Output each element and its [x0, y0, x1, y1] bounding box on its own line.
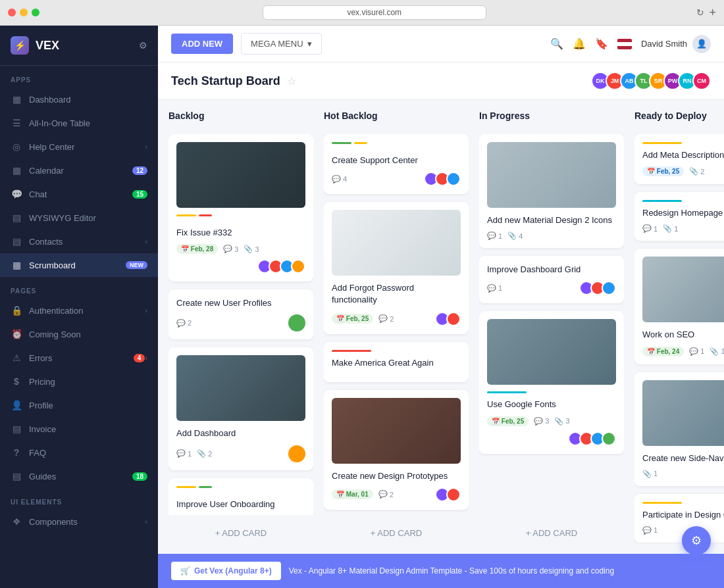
card-avatar — [446, 172, 461, 186]
card-image — [332, 398, 461, 464]
card-color-bar-secondary — [199, 214, 212, 216]
bottom-promo-bar: 🛒 Get Vex (Angular 8+) Vex - Angular 8+ … — [158, 554, 724, 588]
sidebar-item-help-center[interactable]: ◎ Help Center › — [0, 135, 158, 159]
contacts-icon: ▤ — [11, 235, 22, 247]
card-title: Make America Great Again — [332, 357, 461, 369]
settings-icon[interactable]: ⚙ — [139, 40, 147, 51]
card-work-on-seo[interactable]: Work on SEO 📅 Feb, 24 💬1 📎1 — [634, 249, 724, 364]
card-meta: 💬1 📎2 — [176, 445, 305, 462]
card-fix-issue[interactable]: Fix Issue #332 📅 Feb, 28 💬3 📎3 — [168, 134, 313, 282]
card-meta: 📎1 — [642, 470, 724, 478]
sidebar-item-label: Scrumboard — [29, 260, 126, 270]
settings-fab[interactable]: ⚙ — [682, 526, 711, 555]
card-stat-attachments: 📎1 — [663, 224, 678, 233]
ready-to-deploy-column: Ready to Deploy Add Meta Description 📅 F… — [634, 110, 724, 543]
language-selector[interactable] — [617, 39, 632, 49]
sidebar-item-invoice[interactable]: ▤ Invoice — [0, 417, 158, 441]
card-redesign-homepage[interactable]: Redesign Homepage 💬1 📎1 — [634, 192, 724, 241]
sidebar-item-label: Calendar — [29, 166, 132, 176]
close-button[interactable] — [8, 9, 16, 16]
card-color-bar — [176, 486, 196, 488]
card-title: Create new Side-Navigation — [642, 453, 724, 464]
sidebar-item-authentication[interactable]: 🔒 Authentication › — [0, 299, 158, 322]
card-title: Add Meta Description — [642, 149, 724, 161]
sidebar-item-calendar[interactable]: ▦ Calendar 12 — [0, 159, 158, 182]
add-card-button[interactable]: + ADD CARD — [479, 523, 624, 543]
card-forgot-password[interactable]: Add Forgot Password functionality 📅 Feb,… — [324, 202, 469, 333]
add-tab-button[interactable]: + — [710, 6, 717, 20]
sidebar-item-label: Coming Soon — [29, 330, 147, 339]
sidebar-item-wysiwyg[interactable]: ▤ WYSIWYG Editor — [0, 206, 158, 230]
sidebar-item-guides[interactable]: ▤ Guides 18 — [0, 464, 158, 488]
card-stat-comments: 💬1 — [487, 284, 502, 293]
card-stat-comments: 💬1 — [689, 347, 704, 356]
bookmarks-icon[interactable]: 🔖 — [595, 37, 608, 50]
sidebar-item-contacts[interactable]: ▤ Contacts › — [0, 230, 158, 253]
reload-icon[interactable]: ↻ — [696, 7, 704, 18]
maximize-button[interactable] — [32, 9, 39, 16]
sidebar-item-label: FAQ — [29, 448, 147, 458]
backlog-column: Backlog Fix Issue #332 📅 Feb, 28 💬3 — [168, 110, 313, 543]
sidebar-item-label: Invoice — [29, 424, 147, 434]
card-stat-comments: 💬4 — [332, 175, 347, 184]
sidebar-item-profile[interactable]: 👤 Profile — [0, 393, 158, 417]
sidebar-item-faq[interactable]: ? FAQ — [0, 441, 158, 464]
sidebar-item-pricing[interactable]: $ Pricing — [0, 370, 158, 393]
card-title: Use Google Fonts — [487, 399, 616, 410]
card-material-icons[interactable]: Add new Material Design 2 Icons 💬1 📎4 — [479, 134, 624, 248]
dashboard-icon: ▦ — [11, 93, 22, 105]
sidebar-item-dashboard[interactable]: ▦ Dashboard — [0, 87, 158, 111]
add-new-button[interactable]: ADD NEW — [171, 34, 233, 54]
scrumboard: Backlog Fix Issue #332 📅 Feb, 28 💬3 — [158, 100, 724, 554]
card-dashboard-grid[interactable]: Improve Dashboard Grid 💬1 — [479, 256, 624, 303]
sidebar-item-label: Guides — [29, 472, 132, 481]
chevron-right-icon: › — [145, 518, 147, 526]
faq-icon: ? — [11, 447, 22, 458]
sidebar-item-scrumboard[interactable]: ▦ Scrumboard NEW — [0, 253, 158, 277]
card-stat-attachments: 📎2 — [197, 449, 212, 458]
sidebar-item-components[interactable]: ❖ Components › — [0, 510, 158, 533]
card-stat-comments: 💬2 — [176, 319, 192, 328]
warning-icon: ⚠ — [11, 352, 22, 364]
chevron-right-icon: › — [145, 143, 147, 151]
card-design-contest[interactable]: Participate in Design Conte... 💬1 — [634, 494, 724, 543]
get-vex-button[interactable]: 🛒 Get Vex (Angular 8+) — [171, 562, 281, 580]
card-make-america[interactable]: Make America Great Again — [324, 342, 469, 382]
card-image — [642, 380, 724, 446]
card-side-navigation[interactable]: Create new Side-Navigation 📎1 — [634, 372, 724, 486]
card-avatars — [579, 281, 616, 295]
sidebar-item-coming-soon[interactable]: ⏰ Coming Soon — [0, 322, 158, 346]
sidebar-item-label: Dashboard — [29, 95, 147, 105]
board-members-avatars: DK JM AB TL SR PW RN CM — [591, 72, 711, 90]
card-support-center[interactable]: Create Support Center 💬4 — [324, 134, 469, 194]
scrumboard-badge: NEW — [126, 261, 147, 269]
help-icon: ◎ — [11, 141, 22, 153]
scrumboard-icon: ▦ — [11, 259, 22, 271]
favorite-star-icon[interactable]: ☆ — [287, 75, 296, 87]
user-menu[interactable]: David Smith 👤 — [641, 35, 711, 53]
card-stat-comments: 💬3 — [534, 417, 549, 426]
notifications-icon[interactable]: 🔔 — [573, 37, 586, 50]
card-avatar — [288, 445, 305, 462]
card-stat-comments: 💬2 — [378, 314, 394, 323]
card-user-onboarding[interactable]: Improve User Onboarding — [168, 478, 313, 515]
card-user-profiles[interactable]: Create new User Profiles 💬2 — [168, 289, 313, 339]
column-title: Backlog — [168, 110, 313, 126]
address-bar[interactable]: vex.visurel.com — [263, 5, 487, 20]
card-meta-description[interactable]: Add Meta Description 📅 Feb, 25 📎2 — [634, 134, 724, 184]
card-title: Fix Issue #332 — [176, 227, 305, 239]
add-card-button[interactable]: + ADD CARD — [168, 523, 313, 543]
sidebar-item-label: WYSIWYG Editor — [29, 213, 147, 223]
minimize-button[interactable] — [20, 9, 28, 16]
sidebar-item-errors[interactable]: ⚠ Errors 4 › — [0, 346, 158, 370]
card-google-fonts[interactable]: Use Google Fonts 📅 Feb, 25 💬3 📎3 — [479, 311, 624, 453]
sidebar-item-chat[interactable]: 💬 Chat 15 — [0, 182, 158, 206]
card-add-dashboard[interactable]: Add Dashboard 💬1 📎2 — [168, 347, 313, 470]
mega-menu-button[interactable]: MEGA MENU ▾ — [241, 33, 321, 55]
sidebar-item-all-in-one-table[interactable]: ☰ All-In-One Table — [0, 111, 158, 135]
card-design-prototypes[interactable]: Create new Design Prototypes 📅 Mar, 01 💬… — [324, 390, 469, 510]
search-icon[interactable]: 🔍 — [550, 37, 563, 50]
card-meta: 💬1 📎1 — [642, 224, 724, 233]
add-card-button[interactable]: + ADD CARD — [324, 523, 469, 543]
card-stat-comments: 💬1 — [176, 449, 192, 458]
